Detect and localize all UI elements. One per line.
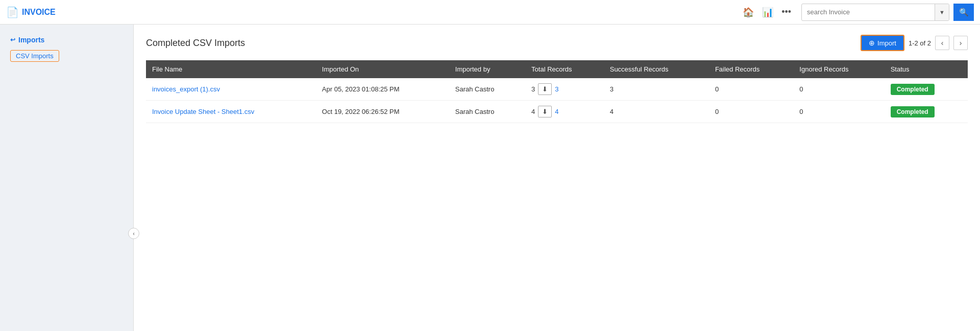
page-title: Completed CSV Imports xyxy=(146,38,245,49)
cell-imported-on: Oct 19, 2022 06:26:52 PM xyxy=(316,101,449,123)
search-dropdown-button[interactable]: ▼ xyxy=(935,4,949,20)
col-imported-on: Imported On xyxy=(316,60,449,78)
main-header: Completed CSV Imports ⊕ Import 1-2 of 2 … xyxy=(146,35,968,51)
cell-file-name: invoices_export (1).csv xyxy=(146,78,316,101)
header-actions: ⊕ Import 1-2 of 2 ‹ › xyxy=(861,35,968,51)
main-layout: ↩ Imports CSV Imports ‹ Completed CSV Im… xyxy=(0,25,980,331)
home-icon[interactable]: 🏠 xyxy=(743,7,754,18)
table-row: invoices_export (1).csv Apr 05, 2023 01:… xyxy=(146,78,968,101)
file-link[interactable]: Invoice Update Sheet - Sheet1.csv xyxy=(152,108,254,115)
search-bar: ▼ xyxy=(801,4,949,21)
pagination-next-button[interactable]: › xyxy=(953,36,968,50)
more-icon[interactable]: ••• xyxy=(781,7,791,17)
sidebar-item-csv-imports[interactable]: CSV Imports xyxy=(0,47,133,65)
cell-imported-on: Apr 05, 2023 01:08:25 PM xyxy=(316,78,449,101)
cell-imported-by: Sarah Castro xyxy=(449,101,525,123)
nav-icons: 🏠 📊 ••• xyxy=(743,7,791,18)
search-button[interactable]: 🔍 xyxy=(953,4,974,21)
pagination-info: 1-2 of 2 xyxy=(909,39,931,47)
sidebar-section-imports[interactable]: ↩ Imports xyxy=(0,33,133,47)
cell-file-name: Invoice Update Sheet - Sheet1.csv xyxy=(146,101,316,123)
import-icon: ⊕ xyxy=(869,39,875,47)
status-badge: Completed xyxy=(891,84,935,95)
col-status: Status xyxy=(885,60,968,78)
cell-total-records: 3 ⬇ 3 xyxy=(525,78,604,101)
total-records-link[interactable]: 4 xyxy=(555,108,558,115)
csv-imports-label: CSV Imports xyxy=(10,50,59,62)
cell-ignored-records: 0 xyxy=(793,101,884,123)
download-records-button[interactable]: ⬇ xyxy=(538,83,552,95)
col-ignored-records: Ignored Records xyxy=(793,60,884,78)
file-link[interactable]: invoices_export (1).csv xyxy=(152,85,220,93)
table-body: invoices_export (1).csv Apr 05, 2023 01:… xyxy=(146,78,968,123)
total-records-value: 3 xyxy=(531,85,535,93)
cell-total-records: 4 ⬇ 4 xyxy=(525,101,604,123)
cell-successful-records: 4 xyxy=(604,101,709,123)
col-imported-by: Imported by xyxy=(449,60,525,78)
import-button[interactable]: ⊕ Import xyxy=(861,35,904,51)
col-total-records: Total Records xyxy=(525,60,604,78)
status-badge: Completed xyxy=(891,106,935,117)
table-row: Invoice Update Sheet - Sheet1.csv Oct 19… xyxy=(146,101,968,123)
sidebar: ↩ Imports CSV Imports ‹ xyxy=(0,25,134,331)
col-file-name: File Name xyxy=(146,60,316,78)
app-logo: 📄 INVOICE xyxy=(6,6,56,18)
search-input[interactable] xyxy=(802,8,935,16)
app-header: 📄 INVOICE 🏠 📊 ••• ▼ 🔍 xyxy=(0,0,980,25)
table-header: File Name Imported On Imported by Total … xyxy=(146,60,968,78)
sidebar-collapse-button[interactable]: ‹ xyxy=(128,228,139,239)
cell-ignored-records: 0 xyxy=(793,78,884,101)
logo-text: INVOICE xyxy=(22,8,56,17)
imports-arrow-icon: ↩ xyxy=(10,36,15,43)
chart-icon[interactable]: 📊 xyxy=(762,7,773,18)
imports-table: File Name Imported On Imported by Total … xyxy=(146,60,968,123)
total-records-link[interactable]: 3 xyxy=(555,85,558,93)
logo-icon: 📄 xyxy=(6,6,19,18)
total-records-value: 4 xyxy=(531,108,535,115)
col-successful-records: Successful Records xyxy=(604,60,709,78)
search-icon: 🔍 xyxy=(959,8,969,17)
download-records-button[interactable]: ⬇ xyxy=(538,106,552,117)
main-content: Completed CSV Imports ⊕ Import 1-2 of 2 … xyxy=(134,25,980,331)
cell-failed-records: 0 xyxy=(709,78,793,101)
sidebar-section-title-label: Imports xyxy=(18,36,44,44)
import-button-label: Import xyxy=(877,39,896,47)
cell-successful-records: 3 xyxy=(604,78,709,101)
col-failed-records: Failed Records xyxy=(709,60,793,78)
cell-failed-records: 0 xyxy=(709,101,793,123)
cell-imported-by: Sarah Castro xyxy=(449,78,525,101)
cell-status: Completed xyxy=(885,101,968,123)
cell-status: Completed xyxy=(885,78,968,101)
pagination-prev-button[interactable]: ‹ xyxy=(935,36,949,50)
